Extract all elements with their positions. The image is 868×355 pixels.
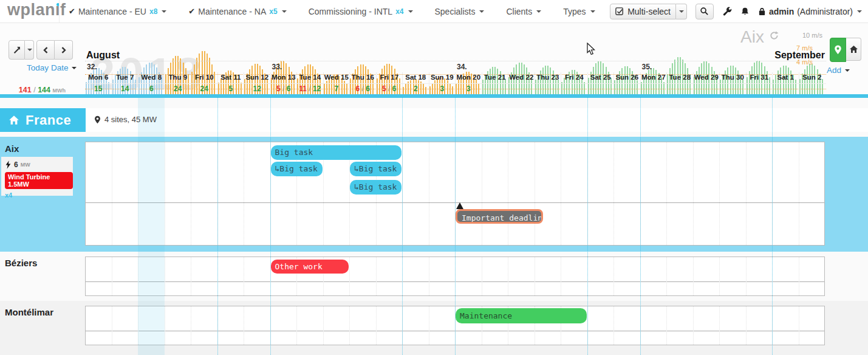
week-number: 34. bbox=[457, 63, 467, 71]
day-label: Wed 15 bbox=[324, 72, 350, 83]
focused-site-title: Aix bbox=[740, 27, 779, 47]
day-gridline bbox=[217, 142, 218, 245]
bell-icon[interactable] bbox=[740, 7, 750, 16]
nav-menu-clients[interactable]: Clients bbox=[506, 7, 541, 16]
mouse-cursor bbox=[587, 43, 596, 56]
day-column-header: Mon 27 bbox=[640, 72, 667, 94]
multi-select-caret[interactable] bbox=[676, 4, 687, 19]
site-name-beziers[interactable]: Béziers bbox=[5, 258, 37, 268]
task-bar[interactable]: ↳Big task bbox=[350, 180, 402, 195]
day-gridline bbox=[191, 142, 191, 245]
site-info-aix: 6 MW Wind Turbine 1.5MW x4 bbox=[1, 157, 73, 196]
lightning-bolt-icon bbox=[5, 160, 12, 169]
day-column-header: Fri 24 bbox=[561, 72, 587, 94]
chevron-down-icon bbox=[857, 10, 862, 13]
day-gridline bbox=[613, 257, 614, 295]
multi-select-main[interactable]: Multi-select bbox=[610, 4, 676, 19]
day-gridline bbox=[296, 306, 297, 345]
day-label: Sat 25 bbox=[588, 72, 614, 83]
schedule-panel-aix[interactable]: Big task↳Big task↳Big task↳Big taskImpor… bbox=[85, 142, 825, 246]
day-label: Mon 13 bbox=[271, 72, 297, 83]
day-column-header: Fri 17 5 / 6 bbox=[376, 72, 403, 94]
task-bar[interactable]: Other work bbox=[271, 260, 349, 274]
day-gridline bbox=[508, 142, 508, 245]
day-gridline bbox=[138, 306, 138, 345]
nav-menu-types[interactable]: Types bbox=[563, 7, 595, 16]
site-name-montelimar[interactable]: Montélimar bbox=[5, 307, 53, 317]
day-column-header: Sun 26 bbox=[613, 72, 640, 94]
day-gridline bbox=[270, 306, 271, 345]
filter-count: x5 bbox=[269, 7, 277, 16]
map-pin-button[interactable] bbox=[830, 38, 846, 62]
day-column-header: Sun 12 12 bbox=[244, 72, 270, 94]
chevron-down-icon bbox=[408, 10, 413, 13]
refresh-icon[interactable] bbox=[769, 30, 779, 41]
day-gridline bbox=[349, 257, 350, 295]
chevron-down-icon bbox=[479, 10, 484, 13]
day-energy-value: 24 bbox=[191, 84, 217, 94]
task-bar[interactable]: Maintenance bbox=[456, 308, 587, 323]
day-column-header: Tue 28 bbox=[666, 72, 693, 94]
day-gridline bbox=[772, 142, 773, 245]
day-gridline bbox=[613, 142, 614, 245]
day-column-header: Sun 2 bbox=[799, 72, 825, 94]
nav-menu-maintenance-na[interactable]: ✔Maintenance - NAx5 bbox=[188, 7, 286, 16]
day-gridline bbox=[402, 306, 403, 345]
user-role: (Administrator) bbox=[797, 7, 853, 16]
filter-count: x4 bbox=[395, 7, 403, 16]
day-gridline bbox=[244, 306, 244, 345]
day-gridline bbox=[429, 257, 429, 295]
task-bar[interactable]: Big task bbox=[271, 145, 402, 160]
day-column-header: Thu 30 bbox=[719, 72, 746, 94]
search-button[interactable] bbox=[695, 4, 714, 19]
nav-menu-maintenance-eu[interactable]: ✔Maintenance - EUx8 bbox=[69, 7, 166, 16]
app-logo[interactable]: wplanıf bbox=[7, 1, 66, 19]
day-gridline bbox=[402, 142, 403, 245]
region-name: France bbox=[26, 112, 71, 128]
day-gridline bbox=[165, 306, 165, 345]
chevron-down-icon bbox=[162, 10, 166, 13]
day-gridline bbox=[799, 142, 799, 245]
user-menu[interactable]: admin (Administrator) bbox=[758, 7, 862, 16]
home-icon bbox=[849, 45, 858, 53]
check-icon: ✔ bbox=[188, 7, 195, 16]
equipment-badge[interactable]: Wind Turbine 1.5MW bbox=[5, 172, 73, 189]
site-name-aix[interactable]: Aix bbox=[5, 143, 19, 154]
day-energy-value: 3 bbox=[456, 84, 482, 94]
task-bar[interactable]: ↳Big task bbox=[271, 162, 323, 176]
chevron-down-icon bbox=[679, 10, 684, 13]
day-gridline bbox=[270, 142, 271, 245]
day-gridline bbox=[112, 306, 112, 345]
task-bar[interactable]: ↳Big task bbox=[350, 162, 402, 176]
day-energy-value: 11 / 12 bbox=[297, 84, 323, 94]
day-label: Thu 30 bbox=[720, 72, 746, 83]
day-column-header: Sat 25 bbox=[587, 72, 614, 94]
day-energy-value: 5 / 6 bbox=[271, 84, 297, 94]
day-gridline bbox=[165, 142, 165, 245]
home-icon bbox=[9, 115, 19, 125]
region-header[interactable]: France bbox=[0, 108, 86, 132]
site-power: 6 MW bbox=[5, 160, 73, 169]
multi-select-button[interactable]: Multi-select bbox=[610, 4, 687, 19]
task-bar[interactable]: Important deadline bbox=[456, 209, 543, 224]
day-label: Tue 21 bbox=[482, 72, 508, 83]
region-info: 4 sites, 45 MW bbox=[94, 115, 157, 124]
navbar-menus: ✔Maintenance - EUx8✔Maintenance - NAx5Co… bbox=[69, 0, 650, 22]
day-gridline bbox=[217, 306, 218, 345]
home-view-button[interactable] bbox=[846, 38, 861, 61]
day-energy-value: 15 bbox=[85, 84, 112, 94]
day-column-header: Fri 10 24 bbox=[191, 72, 217, 94]
day-gridline bbox=[429, 306, 429, 345]
equipment-quantity: x4 bbox=[5, 191, 73, 199]
schedule-panel-montelimar[interactable]: Maintenance bbox=[85, 306, 825, 345]
day-gridline bbox=[719, 142, 720, 245]
day-gridline bbox=[746, 257, 747, 295]
nav-menu-specialists[interactable]: Specialists bbox=[435, 7, 485, 16]
day-gridline bbox=[376, 306, 377, 345]
day-label: Thu 9 bbox=[165, 72, 191, 83]
nav-menu-commissioning-intl[interactable]: Commissioning - INTLx4 bbox=[309, 7, 413, 16]
chevron-down-icon bbox=[590, 10, 595, 13]
schedule-panel-beziers[interactable]: Other work bbox=[85, 257, 825, 296]
wrench-icon[interactable] bbox=[722, 7, 732, 16]
add-dropdown[interactable]: Add bbox=[827, 66, 850, 75]
